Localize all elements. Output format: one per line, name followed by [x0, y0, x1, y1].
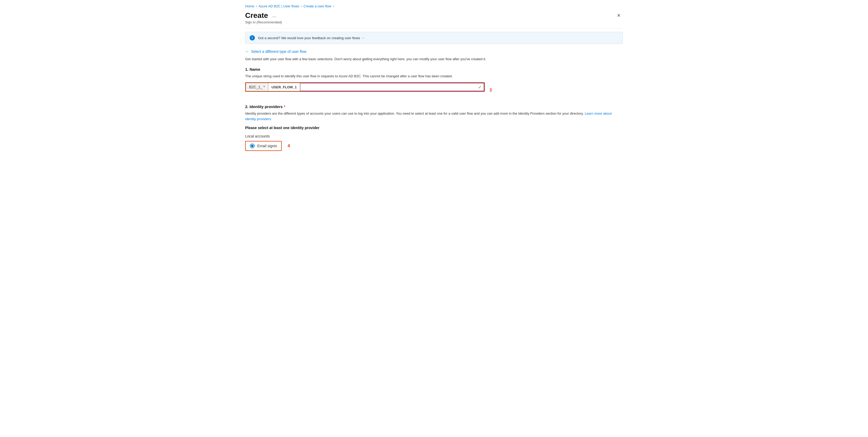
breadcrumb-userflows[interactable]: Azure AD B2C | User flows — [258, 4, 299, 8]
annotation-4: 4 — [287, 144, 290, 148]
back-arrow-icon: ← — [245, 49, 249, 54]
header-row: Create ... ✕ — [245, 11, 623, 20]
close-button[interactable]: ✕ — [615, 11, 623, 20]
info-banner[interactable]: i Got a second? We would love your feedb… — [245, 32, 623, 44]
info-icon: i — [250, 35, 255, 40]
prefix-inner: USER_FLOW_1 — [268, 83, 300, 91]
header-divider — [245, 28, 623, 29]
breadcrumb: Home › Azure AD B2C | User flows › Creat… — [245, 4, 623, 8]
breadcrumb-home[interactable]: Home — [245, 4, 254, 8]
section1-description: The unique string used to identify this … — [245, 74, 623, 79]
info-banner-arrow[interactable]: → — [361, 36, 364, 40]
page-description: Get started with your user flow with a f… — [245, 57, 623, 62]
header-left: Create ... — [245, 11, 278, 20]
please-select-text: Please select at least one identity prov… — [245, 126, 623, 130]
section-identity-providers: 2. Identity providers * Identity provide… — [245, 104, 623, 151]
back-link-label: Select a different type of user flow — [251, 50, 306, 54]
breadcrumb-sep-1: › — [256, 4, 257, 8]
breadcrumb-sep-3: › — [333, 4, 334, 8]
section1-title: 1. Name — [245, 67, 623, 71]
breadcrumb-create[interactable]: Create a user flow — [304, 4, 332, 8]
section-name: 1. Name The unique string used to identi… — [245, 67, 623, 98]
email-signin-option[interactable]: Email signin — [245, 141, 282, 151]
back-link[interactable]: ← Select a different type of user flow — [245, 49, 306, 54]
name-input-group: B2C_1_ * USER_FLOW_1 ✓ — [245, 82, 485, 92]
info-banner-text: Got a second? We would love your feedbac… — [258, 36, 364, 40]
page-subtitle: Sign in (Recommended) — [245, 20, 623, 24]
ellipsis-button[interactable]: ... — [271, 12, 278, 19]
required-star: * — [284, 104, 285, 109]
section2-title: 2. Identity providers * — [245, 104, 623, 109]
annotation-3: 3 — [490, 88, 492, 93]
breadcrumb-sep-2: › — [301, 4, 302, 8]
checkmark-icon: ✓ — [478, 85, 482, 90]
radio-circle-inner — [251, 145, 254, 147]
name-input[interactable] — [300, 83, 484, 91]
name-input-wrapper: ✓ — [300, 83, 484, 91]
radio-circle — [250, 144, 255, 148]
prefix-inner-value: USER_FLOW_1 — [270, 85, 298, 89]
page-title: Create — [245, 11, 268, 20]
section2-description: Identity providers are the different typ… — [245, 111, 623, 122]
local-accounts-label: Local accounts — [245, 134, 623, 138]
prefix-label: B2C_1_ * — [246, 83, 268, 91]
email-signin-label: Email signin — [257, 144, 277, 148]
